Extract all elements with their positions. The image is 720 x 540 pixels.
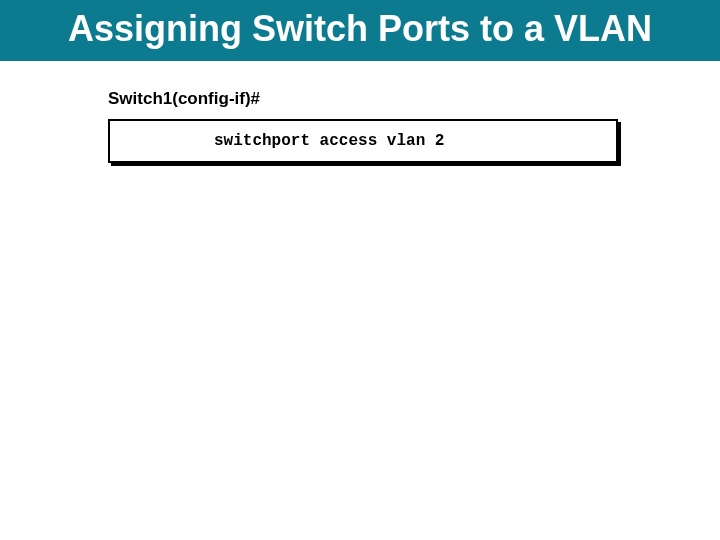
command-box-front: switchport access vlan 2 [108,119,618,163]
content-area: Switch1(config-if)# switchport access vl… [0,61,720,163]
command-box: switchport access vlan 2 [108,119,618,163]
cli-prompt: Switch1(config-if)# [108,89,720,109]
command-text: switchport access vlan 2 [110,132,444,150]
title-banner: Assigning Switch Ports to a VLAN [0,0,720,61]
slide-title: Assigning Switch Ports to a VLAN [20,8,700,49]
